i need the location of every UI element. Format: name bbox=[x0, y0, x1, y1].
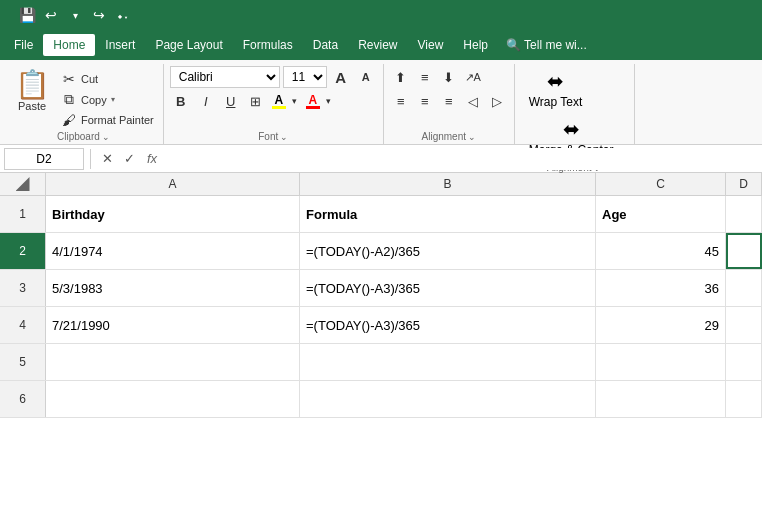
menu-insert[interactable]: Insert bbox=[95, 34, 145, 56]
cell-c1[interactable]: Age bbox=[596, 196, 726, 232]
fill-color-dropdown[interactable]: ▾ bbox=[289, 90, 301, 112]
paste-icon: 📋 bbox=[16, 68, 48, 100]
table-row: 4 7/21/1990 =(TODAY()-A3)/365 29 bbox=[0, 307, 762, 344]
formula-control-buttons: ✕ ✓ bbox=[97, 149, 139, 169]
align-left-button[interactable]: ≡ bbox=[390, 90, 412, 112]
font-expand-icon[interactable]: ⌄ bbox=[280, 132, 288, 142]
table-row: 6 bbox=[0, 381, 762, 418]
font-group: Calibri 11 A A B I U ⊞ A bbox=[164, 64, 384, 144]
menu-data[interactable]: Data bbox=[303, 34, 348, 56]
cell-a5[interactable] bbox=[46, 344, 300, 380]
column-header-a[interactable]: A bbox=[46, 173, 300, 195]
menu-review[interactable]: Review bbox=[348, 34, 407, 56]
cancel-formula-button[interactable]: ✕ bbox=[97, 149, 117, 169]
row-number-1[interactable]: 1 bbox=[0, 196, 46, 232]
paste-label: Paste bbox=[18, 100, 46, 112]
font-name-select[interactable]: Calibri bbox=[170, 66, 280, 88]
fill-color-bar bbox=[272, 106, 286, 109]
align-center-button[interactable]: ≡ bbox=[414, 90, 436, 112]
font-color-bar bbox=[306, 106, 320, 109]
cell-b1[interactable]: Formula bbox=[300, 196, 596, 232]
save-button[interactable]: 💾 bbox=[16, 4, 38, 26]
redo-button[interactable]: ↪ bbox=[88, 4, 110, 26]
undo-dropdown[interactable]: ▾ bbox=[64, 4, 86, 26]
font-color-dropdown[interactable]: ▾ bbox=[323, 90, 335, 112]
menu-page-layout[interactable]: Page Layout bbox=[145, 34, 232, 56]
wrap-merge-group: ⬌ Wrap Text ⬌ Merge & Center Alignment ⌄ bbox=[515, 64, 635, 144]
alignment-expand-icon[interactable]: ⌄ bbox=[468, 132, 476, 142]
tell-me-input[interactable]: 🔍 Tell me wi... bbox=[498, 36, 595, 54]
cell-b4[interactable]: =(TODAY()-A3)/365 bbox=[300, 307, 596, 343]
cell-a2[interactable]: 4/1/1974 bbox=[46, 233, 300, 269]
row-number-3[interactable]: 3 bbox=[0, 270, 46, 306]
insert-function-button[interactable]: fx bbox=[143, 151, 161, 166]
row-number-6[interactable]: 6 bbox=[0, 381, 46, 417]
cell-c4[interactable]: 29 bbox=[596, 307, 726, 343]
column-header-d[interactable]: D bbox=[726, 173, 762, 195]
cell-a4[interactable]: 7/21/1990 bbox=[46, 307, 300, 343]
cell-c2[interactable]: 45 bbox=[596, 233, 726, 269]
align-top-button[interactable]: ⬆ bbox=[390, 66, 412, 88]
cell-c5[interactable] bbox=[596, 344, 726, 380]
spreadsheet: A B C D 1 Birthday Formula Age 2 4/1/197… bbox=[0, 173, 762, 418]
formula-bar-divider bbox=[90, 149, 91, 169]
orientation-button[interactable]: ↗A bbox=[462, 66, 484, 88]
cut-button[interactable]: ✂ Cut bbox=[58, 70, 157, 88]
row-number-4[interactable]: 4 bbox=[0, 307, 46, 343]
fill-color-button[interactable]: A bbox=[270, 92, 288, 111]
table-row: 3 5/3/1983 =(TODAY()-A3)/365 36 bbox=[0, 270, 762, 307]
underline-button[interactable]: U bbox=[220, 90, 242, 112]
cell-c6[interactable] bbox=[596, 381, 726, 417]
wrap-text-label: Wrap Text bbox=[529, 95, 583, 109]
bold-button[interactable]: B bbox=[170, 90, 192, 112]
cell-b3[interactable]: =(TODAY()-A3)/365 bbox=[300, 270, 596, 306]
cell-d4[interactable] bbox=[726, 307, 762, 343]
borders-button[interactable]: ⊞ bbox=[245, 90, 267, 112]
confirm-formula-button[interactable]: ✓ bbox=[119, 149, 139, 169]
cell-b6[interactable] bbox=[300, 381, 596, 417]
formula-input[interactable] bbox=[165, 148, 758, 170]
align-bottom-button[interactable]: ⬇ bbox=[438, 66, 460, 88]
align-middle-button[interactable]: ≡ bbox=[414, 66, 436, 88]
decrease-indent-button[interactable]: ◁ bbox=[462, 90, 484, 112]
row-number-5[interactable]: 5 bbox=[0, 344, 46, 380]
menu-file[interactable]: File bbox=[4, 34, 43, 56]
italic-button[interactable]: I bbox=[195, 90, 217, 112]
cell-a1[interactable]: Birthday bbox=[46, 196, 300, 232]
menu-view[interactable]: View bbox=[408, 34, 454, 56]
column-header-c[interactable]: C bbox=[596, 173, 726, 195]
cell-d2[interactable] bbox=[726, 233, 762, 269]
menu-formulas[interactable]: Formulas bbox=[233, 34, 303, 56]
cell-a3[interactable]: 5/3/1983 bbox=[46, 270, 300, 306]
font-color-button[interactable]: A bbox=[304, 92, 322, 111]
cell-b2[interactable]: =(TODAY()-A2)/365 bbox=[300, 233, 596, 269]
font-grow-button[interactable]: A bbox=[330, 66, 352, 88]
cell-d6[interactable] bbox=[726, 381, 762, 417]
cell-b5[interactable] bbox=[300, 344, 596, 380]
cell-c3[interactable]: 36 bbox=[596, 270, 726, 306]
increase-indent-button[interactable]: ▷ bbox=[486, 90, 508, 112]
cell-reference-box[interactable]: D2 bbox=[4, 148, 84, 170]
alignment-group: ⬆ ≡ ⬇ ↗A ≡ ≡ ≡ ◁ ▷ Alignment ⌄ bbox=[384, 64, 515, 144]
copy-button[interactable]: ⧉ Copy ▾ bbox=[58, 90, 157, 109]
corner-header[interactable] bbox=[0, 173, 46, 195]
cell-a6[interactable] bbox=[46, 381, 300, 417]
undo-button[interactable]: ↩ bbox=[40, 4, 62, 26]
table-row: 2 4/1/1974 =(TODAY()-A2)/365 45 bbox=[0, 233, 762, 270]
column-header-b[interactable]: B bbox=[300, 173, 596, 195]
paste-button[interactable]: 📋 Paste bbox=[10, 66, 54, 114]
row-number-2[interactable]: 2 bbox=[0, 233, 46, 269]
customize-quick-access[interactable]: ⬥▾ bbox=[112, 4, 134, 26]
font-size-select[interactable]: 11 bbox=[283, 66, 327, 88]
menu-home[interactable]: Home bbox=[43, 34, 95, 56]
wrap-text-button[interactable]: ⬌ Wrap Text bbox=[521, 66, 591, 112]
font-shrink-button[interactable]: A bbox=[355, 66, 377, 88]
clipboard-expand-icon[interactable]: ⌄ bbox=[102, 132, 110, 142]
format-painter-button[interactable]: 🖌 Format Painter bbox=[58, 111, 157, 129]
align-right-button[interactable]: ≡ bbox=[438, 90, 460, 112]
copy-dropdown-arrow[interactable]: ▾ bbox=[111, 95, 115, 104]
cell-d1[interactable] bbox=[726, 196, 762, 232]
cell-d5[interactable] bbox=[726, 344, 762, 380]
menu-help[interactable]: Help bbox=[453, 34, 498, 56]
cell-d3[interactable] bbox=[726, 270, 762, 306]
